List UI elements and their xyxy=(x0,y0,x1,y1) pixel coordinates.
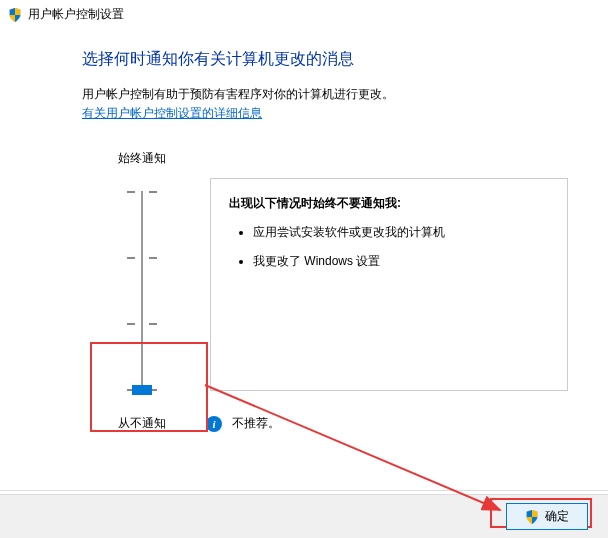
info-item: 应用尝试安装软件或更改我的计算机 xyxy=(253,224,549,241)
slider-tick xyxy=(127,257,157,259)
window-title: 用户帐户控制设置 xyxy=(28,6,124,23)
slider-tick xyxy=(127,191,157,193)
dialog-footer: 确定 xyxy=(0,494,608,538)
info-item: 我更改了 Windows 设置 xyxy=(253,253,549,270)
slider-thumb[interactable] xyxy=(132,385,152,395)
slider-tick xyxy=(127,323,157,325)
recommendation-text: 不推荐。 xyxy=(232,415,280,432)
uac-shield-icon xyxy=(8,8,22,22)
info-box-title: 出现以下情况时始终不要通知我: xyxy=(229,195,549,212)
more-info-link[interactable]: 有关用户帐户控制设置的详细信息 xyxy=(82,106,262,120)
info-icon: i xyxy=(206,416,222,432)
page-description: 用户帐户控制有助于预防有害程序对你的计算机进行更改。 xyxy=(82,86,568,103)
ok-button-label: 确定 xyxy=(545,508,569,525)
slider-label-never: 从不通知 xyxy=(118,415,166,432)
uac-slider[interactable] xyxy=(141,181,143,401)
page-heading: 选择何时通知你有关计算机更改的消息 xyxy=(82,49,568,70)
separator xyxy=(0,490,608,491)
slider-label-always: 始终通知 xyxy=(118,150,166,167)
ok-button[interactable]: 确定 xyxy=(506,503,588,530)
notification-info-box: 出现以下情况时始终不要通知我: 应用尝试安装软件或更改我的计算机 我更改了 Wi… xyxy=(210,178,568,391)
uac-shield-icon xyxy=(525,510,539,524)
titlebar: 用户帐户控制设置 xyxy=(0,0,608,29)
